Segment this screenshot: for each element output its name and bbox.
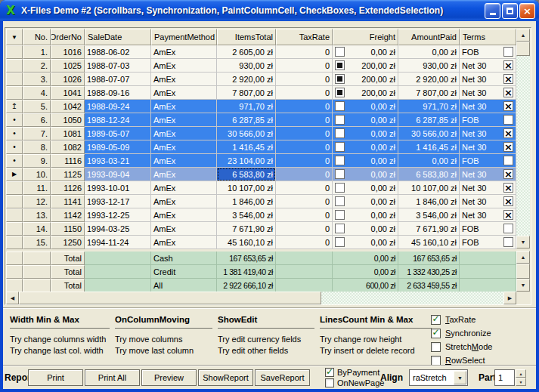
freight-checkbox[interactable]	[335, 237, 345, 247]
bypayment-checkbox[interactable]	[325, 368, 334, 377]
cell-orderno[interactable]: 1125	[51, 168, 85, 181]
checkbox-stretchmode[interactable]: StretchMode	[431, 341, 492, 352]
checkbox-rowselect[interactable]: RowSelect	[431, 355, 485, 366]
column-menu-button[interactable]: ▼	[6, 29, 23, 45]
cell-amountpaid[interactable]: 7 671,90 zł	[398, 222, 460, 236]
terms-checkbox[interactable]	[503, 128, 513, 138]
hscroll-thumb[interactable]	[19, 292, 321, 304]
cell-freight[interactable]: 0,00 zł	[333, 195, 398, 208]
row-indicator-cell[interactable]	[6, 222, 23, 236]
cell-taxrate[interactable]: 0	[276, 222, 333, 236]
scroll-down-button[interactable]: ▼	[516, 236, 530, 248]
checkbox-synchronize[interactable]: Synchronize	[431, 328, 491, 338]
cell-no[interactable]: 13.	[23, 208, 51, 222]
terms-checkbox[interactable]	[503, 88, 513, 97]
terms-checkbox[interactable]	[503, 101, 513, 111]
cell-no[interactable]: 3.	[23, 73, 51, 86]
cell-paymentmethod[interactable]: AmEx	[151, 86, 217, 100]
rowselect-checkbox[interactable]	[431, 356, 441, 366]
cell-paymentmethod[interactable]: AmEx	[151, 113, 217, 127]
cell-no[interactable]: 4.	[23, 86, 51, 100]
terms-checkbox[interactable]	[503, 142, 513, 152]
cell-amountpaid[interactable]: 971,70 zł	[398, 100, 460, 113]
cell-amountpaid[interactable]: 1 846,00 zł	[398, 195, 460, 208]
row-indicator-cell[interactable]	[6, 208, 23, 222]
cell-freight[interactable]: 0,00 zł	[333, 168, 398, 181]
terms-checkbox[interactable]	[503, 196, 513, 206]
grid-hscrollbar[interactable]: ◀ ▶	[6, 292, 516, 304]
cell-paymentmethod[interactable]: AmEx	[151, 181, 217, 195]
row-indicator-cell[interactable]: ▶	[6, 168, 23, 181]
synchronize-checkbox[interactable]	[431, 329, 441, 338]
cell-amountpaid[interactable]: 7 807,00 zł	[398, 86, 460, 100]
row-indicator-cell[interactable]: •	[6, 154, 23, 168]
cell-paymentmethod[interactable]: AmEx	[151, 168, 217, 181]
freight-checkbox[interactable]	[335, 128, 345, 138]
cell-orderno[interactable]: 1026	[51, 73, 85, 86]
row-indicator-cell[interactable]: •	[6, 113, 23, 127]
cell-no[interactable]: 7.	[23, 127, 51, 140]
cell-amountpaid[interactable]: 3 546,00 zł	[398, 208, 460, 222]
cell-orderno[interactable]: 1042	[51, 100, 85, 113]
totals-vscroll-thumb[interactable]	[516, 264, 530, 279]
cell-saledate[interactable]: 1988-09-24	[85, 100, 151, 113]
terms-checkbox[interactable]	[503, 169, 513, 179]
cell-saledate[interactable]: 1988-06-02	[85, 45, 151, 59]
cell-taxrate[interactable]: 0	[276, 208, 333, 222]
freight-checkbox[interactable]	[335, 142, 345, 152]
cell-itemstotal[interactable]: 30 566,00 zł	[217, 127, 276, 140]
vscroll-thumb[interactable]	[516, 42, 530, 56]
freight-checkbox[interactable]	[335, 210, 345, 220]
cell-saledate[interactable]: 1994-11-24	[85, 236, 151, 249]
cell-orderno[interactable]: 1116	[51, 154, 85, 168]
cell-itemstotal[interactable]: 971,70 zł	[217, 100, 276, 113]
align-combobox[interactable]: raStretch ▼	[409, 369, 468, 386]
row-indicator-cell[interactable]	[6, 236, 23, 249]
maximize-button[interactable]	[502, 3, 518, 19]
cell-terms[interactable]: Net 30	[460, 140, 516, 154]
cell-amountpaid[interactable]: 30 566,00 zł	[398, 127, 460, 140]
cell-itemstotal[interactable]: 45 160,10 zł	[217, 236, 276, 249]
scroll-right-button[interactable]: ▶	[503, 292, 516, 304]
cell-terms[interactable]: FOB	[460, 222, 516, 236]
cell-saledate[interactable]: 1989-05-09	[85, 140, 151, 154]
cell-no[interactable]: 15.	[23, 236, 51, 249]
freight-checkbox[interactable]	[335, 115, 345, 125]
scroll-up-button[interactable]: ▲	[516, 29, 530, 42]
print-button[interactable]: Print	[28, 369, 83, 386]
stretchmode-checkbox[interactable]	[431, 342, 441, 352]
cell-itemstotal[interactable]: 2 605,00 zł	[217, 45, 276, 59]
spin-up-button[interactable]: ▲	[516, 369, 526, 378]
cell-terms[interactable]: Net 30	[460, 86, 516, 100]
cell-amountpaid[interactable]: 0,00 zł	[398, 45, 460, 59]
cell-saledate[interactable]: 1993-12-17	[85, 195, 151, 208]
column-header-terms[interactable]: Terms	[460, 29, 516, 45]
cell-itemstotal[interactable]: 6 287,85 zł	[217, 113, 276, 127]
cell-terms[interactable]: Net 30	[460, 59, 516, 73]
cell-no[interactable]: 10.	[23, 168, 51, 181]
freight-checkbox[interactable]	[335, 47, 345, 57]
cell-no[interactable]: 1.	[23, 45, 51, 59]
cell-terms[interactable]: Net 30	[460, 127, 516, 140]
cell-orderno[interactable]: 1142	[51, 208, 85, 222]
close-button[interactable]: ×	[519, 3, 535, 19]
cell-freight[interactable]: 0,00 zł	[333, 154, 398, 168]
part-spinedit[interactable]: 1	[494, 369, 515, 386]
totals-scroll-down-button[interactable]: ▼	[516, 279, 530, 292]
cell-saledate[interactable]: 1989-05-07	[85, 127, 151, 140]
cell-itemstotal[interactable]: 2 920,00 zł	[217, 73, 276, 86]
grid-vscrollbar[interactable]: ▲ ▼	[516, 29, 530, 248]
checkbox-bypayment[interactable]: ByPayment	[325, 367, 379, 377]
cell-saledate[interactable]: 1993-12-25	[85, 208, 151, 222]
cell-paymentmethod[interactable]: AmEx	[151, 45, 217, 59]
cell-amountpaid[interactable]: 6 583,80 zł	[398, 168, 460, 181]
cell-itemstotal[interactable]: 23 104,00 zł	[217, 154, 276, 168]
cell-terms[interactable]: FOB	[460, 154, 516, 168]
cell-orderno[interactable]: 1126	[51, 181, 85, 195]
row-indicator-cell[interactable]	[6, 73, 23, 86]
cell-terms[interactable]: Net 30	[460, 195, 516, 208]
cell-paymentmethod[interactable]: AmEx	[151, 59, 217, 73]
row-indicator-cell[interactable]	[6, 45, 23, 59]
cell-paymentmethod[interactable]: AmEx	[151, 208, 217, 222]
cell-orderno[interactable]: 1150	[51, 222, 85, 236]
